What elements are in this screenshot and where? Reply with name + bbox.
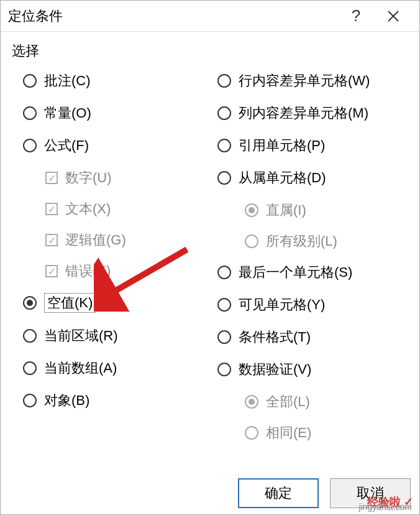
radio-cond-format[interactable]: 条件格式(T): [217, 328, 408, 346]
check-label: 逻辑值(G): [65, 231, 126, 249]
radio-all-levels: 所有级别(L): [245, 232, 408, 251]
radio-all: 全部(L): [245, 392, 408, 411]
formula-suboptions: ✓ 数字(U) ✓ 文本(X) ✓ 逻辑值(G) ✓ 错误(E): [23, 169, 214, 281]
radio-icon: [217, 298, 231, 312]
options-columns: 批注(C) 常量(O) 公式(F) ✓ 数字(U) ✓: [12, 72, 408, 455]
radio-label: 常量(O): [44, 104, 91, 123]
radio-icon: [217, 171, 231, 185]
validation-suboptions: 全部(L) 相同(E): [217, 392, 408, 442]
radio-precedents[interactable]: 引用单元格(P): [217, 136, 408, 155]
radio-col-diff[interactable]: 列内容差异单元格(M): [217, 104, 408, 123]
radio-icon: [217, 139, 231, 152]
radio-label: 行内容差异单元格(W): [239, 72, 370, 90]
checkbox-icon: ✓: [45, 265, 58, 277]
radio-label: 当前区域(R): [44, 327, 118, 345]
check-text: ✓ 文本(X): [45, 200, 214, 218]
radio-visible[interactable]: 可见单元格(Y): [217, 295, 408, 314]
radio-last-cell[interactable]: 最后一个单元格(S): [217, 263, 408, 282]
radio-comments[interactable]: 批注(C): [23, 72, 214, 90]
help-button[interactable]: ?: [337, 1, 375, 32]
radio-icon: [23, 394, 37, 407]
close-icon: [387, 10, 399, 22]
radio-dependents[interactable]: 从属单元格(D): [217, 169, 408, 187]
radio-label: 空值(K): [44, 293, 96, 313]
radio-icon: [23, 106, 37, 120]
radio-label: 批注(C): [44, 72, 91, 90]
radio-label: 引用单元格(P): [239, 136, 325, 155]
radio-label: 最后一个单元格(S): [239, 263, 352, 282]
dependents-suboptions: 直属(I) 所有级别(L): [217, 201, 408, 251]
radio-label: 列内容差异单元格(M): [239, 104, 368, 123]
radio-icon: [23, 139, 37, 152]
radio-row-diff[interactable]: 行内容差异单元格(W): [217, 72, 408, 90]
radio-label: 对象(B): [44, 391, 89, 410]
radio-label: 公式(F): [44, 136, 89, 155]
checkbox-icon: ✓: [45, 203, 58, 215]
check-errors: ✓ 错误(E): [45, 262, 214, 281]
radio-icon: [245, 395, 258, 409]
radio-same: 相同(E): [245, 424, 408, 442]
check-numbers: ✓ 数字(U): [45, 169, 214, 187]
radio-icon: [245, 426, 258, 440]
titlebar: 定位条件 ?: [1, 1, 419, 32]
watermark-url: jingyanla.com: [358, 502, 412, 512]
radio-icon: [217, 330, 231, 344]
dialog-title: 定位条件: [8, 7, 337, 26]
section-label: 选择: [12, 42, 408, 60]
ok-button[interactable]: 确定: [238, 478, 319, 508]
dialog-content: 选择 批注(C) 常量(O) 公式(F) ✓: [1, 32, 419, 461]
radio-icon: [217, 266, 231, 279]
radio-icon: [245, 234, 258, 248]
checkbox-icon: ✓: [45, 172, 58, 184]
radio-label: 数据验证(V): [239, 360, 311, 379]
close-button[interactable]: [375, 1, 412, 32]
radio-icon: [217, 74, 231, 88]
radio-label: 可见单元格(Y): [239, 295, 325, 314]
radio-data-valid[interactable]: 数据验证(V): [217, 360, 408, 379]
radio-objects[interactable]: 对象(B): [23, 391, 214, 410]
radio-current-array[interactable]: 当前数组(A): [23, 359, 214, 378]
goto-special-dialog: 定位条件 ? 选择 批注(C) 常量(O) 公式(F): [0, 0, 420, 515]
right-column: 行内容差异单元格(W) 列内容差异单元格(M) 引用单元格(P) 从属单元格(D…: [214, 72, 408, 455]
radio-label: 从属单元格(D): [239, 169, 326, 187]
check-label: 数字(U): [65, 169, 112, 187]
radio-icon: [217, 106, 231, 120]
radio-label: 全部(L): [266, 392, 310, 411]
radio-label: 相同(E): [266, 424, 311, 442]
radio-blanks[interactable]: 空值(K): [23, 293, 214, 313]
radio-icon: [23, 74, 37, 88]
check-logical: ✓ 逻辑值(G): [45, 231, 214, 249]
check-label: 错误(E): [65, 262, 111, 281]
radio-direct: 直属(I): [245, 201, 408, 220]
radio-label: 直属(I): [266, 201, 306, 220]
checkbox-icon: ✓: [45, 234, 58, 246]
radio-label: 条件格式(T): [239, 328, 311, 346]
radio-icon: [23, 361, 37, 375]
radio-icon: [23, 296, 37, 310]
radio-constants[interactable]: 常量(O): [23, 104, 214, 123]
radio-formulas[interactable]: 公式(F): [23, 136, 214, 155]
check-label: 文本(X): [65, 200, 111, 218]
radio-icon: [23, 329, 37, 343]
radio-icon: [245, 203, 258, 217]
radio-label: 所有级别(L): [266, 232, 337, 251]
radio-current-region[interactable]: 当前区域(R): [23, 327, 214, 345]
radio-icon: [217, 363, 231, 376]
radio-label: 当前数组(A): [44, 359, 117, 378]
left-column: 批注(C) 常量(O) 公式(F) ✓ 数字(U) ✓: [12, 72, 214, 455]
